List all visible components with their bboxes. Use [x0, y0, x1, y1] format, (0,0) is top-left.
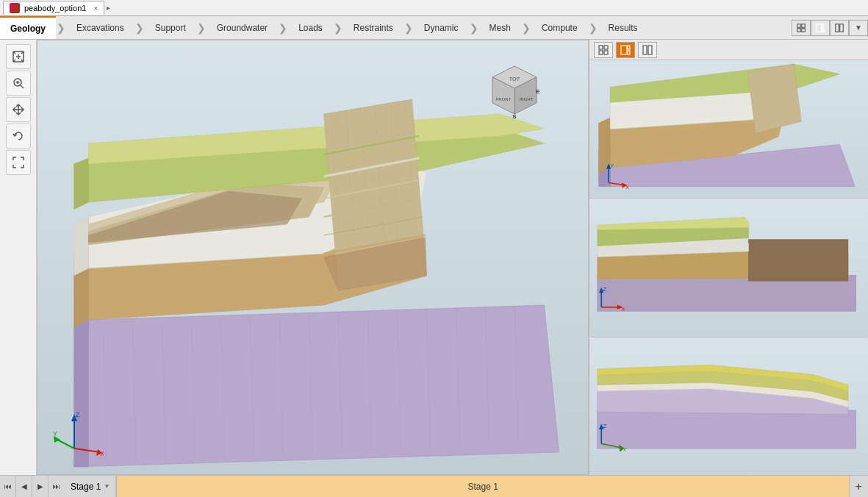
layout-dropdown: ▼	[792, 16, 868, 39]
tab-restraints[interactable]: Restraints	[343, 16, 403, 39]
left-toolbar	[0, 40, 37, 475]
tab-compute[interactable]: Compute	[531, 16, 588, 39]
toolbar: Geology ❯ Excavations ❯ Support ❯ Ground…	[0, 16, 868, 40]
axis-indicator: Z X Y	[52, 408, 104, 460]
svg-rect-83	[599, 51, 603, 54]
layout-4grid-button[interactable]	[792, 20, 811, 36]
svg-text:Y: Y	[53, 430, 57, 437]
svg-rect-7	[836, 24, 839, 32]
tab-arrow-2: ❯	[134, 16, 145, 39]
stage-next-button[interactable]: ▶	[32, 476, 49, 498]
svg-marker-22	[74, 305, 559, 467]
svg-marker-42	[74, 217, 89, 276]
svg-text:Z: Z	[603, 423, 606, 429]
svg-rect-81	[599, 46, 603, 49]
svg-text:E: E	[536, 88, 540, 95]
stage-center-label: Stage 1	[117, 476, 849, 497]
close-tab-button[interactable]: ×	[93, 4, 98, 12]
add-stage-button[interactable]: +	[849, 476, 868, 498]
tab-dynamic[interactable]: Dynamic	[414, 16, 469, 39]
svg-text:TOP: TOP	[509, 76, 520, 82]
svg-rect-82	[604, 46, 608, 49]
svg-marker-108	[598, 218, 749, 230]
status-bar: ⏮ ◀ ▶ ⏭ Stage 1 ▼ Stage 1 +	[0, 475, 868, 497]
file-icon	[10, 3, 20, 13]
svg-rect-6	[822, 28, 824, 32]
svg-rect-88	[643, 46, 647, 54]
tab-arrow-8: ❯	[521, 16, 531, 39]
svg-rect-4	[817, 24, 822, 32]
file-tab-label: peabody_option1	[24, 4, 86, 12]
stage-prev-button[interactable]: ◀	[16, 476, 32, 498]
zoom-fit-button[interactable]	[6, 44, 31, 69]
rp-layout-4grid[interactable]	[594, 42, 613, 58]
svg-rect-8	[840, 24, 844, 32]
svg-rect-0	[797, 24, 801, 27]
svg-text:Z: Z	[76, 411, 80, 418]
tab-arrow-7: ❯	[469, 16, 479, 39]
rp-layout-2col[interactable]	[638, 42, 657, 58]
svg-text:Y: Y	[623, 446, 626, 453]
tab-support[interactable]: Support	[145, 16, 196, 39]
fit-all-button[interactable]	[6, 150, 31, 175]
tab-mesh[interactable]: Mesh	[479, 16, 521, 39]
tab-arrow-5: ❯	[333, 16, 343, 39]
zoom-button[interactable]	[6, 71, 31, 96]
tab-arrow-3: ❯	[196, 16, 207, 39]
rp-layout-main-right[interactable]	[616, 42, 635, 58]
pan-button[interactable]	[6, 97, 31, 122]
stage-first-button[interactable]: ⏮	[0, 476, 16, 498]
svg-rect-84	[604, 51, 608, 54]
svg-rect-89	[648, 46, 652, 54]
compass-cube: TOP FRONT RIGHT S E	[485, 62, 544, 121]
stage-label-button[interactable]: Stage 1 ▼	[65, 476, 116, 498]
tab-arrow-9: ❯	[588, 16, 598, 39]
svg-text:RIGHT: RIGHT	[520, 97, 534, 101]
layout-main-right-button[interactable]	[811, 20, 830, 36]
svg-rect-105	[749, 240, 848, 281]
svg-text:X: X	[621, 307, 625, 313]
tab-arrow-1: ❯	[56, 16, 66, 39]
tab-excavations[interactable]: Excavations	[66, 16, 134, 39]
tab-loads[interactable]: Loads	[288, 16, 333, 39]
svg-rect-2	[797, 28, 801, 32]
svg-line-75	[74, 448, 100, 452]
tab-geology[interactable]: Geology	[0, 16, 56, 39]
svg-text:Z: Z	[603, 286, 606, 293]
stage-navigation: ⏮ ◀ ▶ ⏭ Stage 1 ▼	[0, 476, 117, 497]
right-panel-header	[589, 40, 868, 60]
tab-results[interactable]: Results	[598, 16, 648, 39]
svg-line-17	[21, 85, 24, 88]
svg-text:S: S	[512, 113, 517, 120]
title-bar: peabody_option1 × ▸	[0, 0, 868, 16]
svg-rect-85	[621, 46, 627, 54]
svg-rect-115	[598, 410, 856, 448]
main-viewport[interactable]: TOP FRONT RIGHT S E Z	[37, 40, 589, 475]
tab-scroll-arrow[interactable]: ▸	[104, 4, 112, 12]
svg-text:Y: Y	[610, 162, 614, 169]
svg-rect-87	[628, 51, 630, 54]
stage-dropdown-arrow: ▼	[104, 483, 110, 490]
svg-text:FRONT: FRONT	[496, 97, 512, 101]
layout-2col-button[interactable]	[830, 20, 849, 36]
tab-arrow-6: ❯	[403, 16, 414, 39]
right-panel: Y X	[589, 40, 868, 475]
svg-marker-96	[748, 64, 802, 133]
svg-rect-1	[802, 24, 806, 27]
svg-text:X: X	[625, 184, 629, 190]
layout-dropdown-arrow[interactable]: ▼	[849, 20, 868, 36]
tab-groundwater[interactable]: Groundwater	[207, 16, 278, 39]
svg-rect-3	[802, 28, 806, 32]
tab-arrow-4: ❯	[278, 16, 288, 39]
svg-text:X: X	[100, 450, 104, 457]
stage-label-text: Stage 1	[71, 482, 101, 492]
main-content: TOP FRONT RIGHT S E Z	[0, 40, 868, 475]
svg-marker-47	[74, 158, 89, 210]
sub-viewport-3[interactable]: Z Y	[589, 337, 868, 475]
undo-button[interactable]	[6, 124, 31, 149]
file-tab[interactable]: peabody_option1 ×	[3, 1, 104, 15]
stage-last-button[interactable]: ⏭	[49, 476, 65, 498]
sub-viewport-2[interactable]: Z X	[589, 199, 868, 337]
svg-rect-86	[628, 46, 630, 49]
sub-viewport-1[interactable]: Y X	[589, 60, 868, 199]
